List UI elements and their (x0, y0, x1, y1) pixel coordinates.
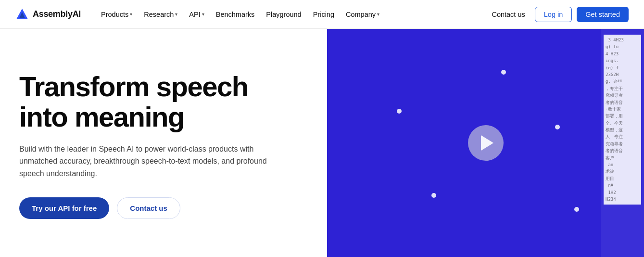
nav-item-company[interactable]: Company ▾ (341, 8, 384, 21)
logo-link[interactable]: AssemblyAI (15, 8, 81, 21)
chevron-down-icon: ▾ (175, 12, 177, 17)
hero-subtitle: Build with the leader in Speech AI to po… (19, 143, 279, 180)
chevron-down-icon: ▾ (377, 12, 379, 17)
hero-section: Transform speech into meaning Build with… (0, 29, 644, 257)
hero-content: Transform speech into meaning Build with… (19, 29, 327, 257)
decorative-dot (431, 193, 436, 198)
hero-title: Transform speech into meaning (19, 72, 308, 132)
nav-item-pricing[interactable]: Pricing (308, 8, 339, 21)
video-player[interactable]: 3 4H23 g) fo 4 H23 ings. ig) f 23G2H g. … (327, 29, 644, 257)
nav-links: Products ▾ Research ▾ API ▾ Benchmarks P… (96, 8, 487, 21)
try-api-button[interactable]: Try our API for free (19, 197, 109, 219)
chevron-down-icon: ▾ (202, 12, 204, 17)
login-button[interactable]: Log in (535, 7, 572, 22)
code-overlay: 3 4H23 g) fo 4 H23 ings. ig) f 23G2H g. … (601, 29, 644, 257)
nav-item-products[interactable]: Products ▾ (96, 8, 137, 21)
nav-item-playground[interactable]: Playground (261, 8, 306, 21)
code-text: 3 4H23 g) fo 4 H23 ings. ig) f 23G2H g. … (604, 35, 641, 205)
decorative-dot (501, 70, 506, 75)
nav-item-research[interactable]: Research ▾ (139, 8, 182, 21)
play-icon (481, 135, 493, 151)
nav-contact-link[interactable]: Contact us (487, 8, 530, 21)
contact-us-button[interactable]: Contact us (117, 197, 180, 219)
decorative-dot (555, 125, 560, 129)
brand-name: AssemblyAI (33, 9, 81, 19)
decorative-dot (397, 109, 402, 114)
nav-item-benchmarks[interactable]: Benchmarks (211, 8, 260, 21)
play-button[interactable] (468, 125, 504, 161)
logo-icon (15, 8, 29, 21)
get-started-button[interactable]: Get started (577, 7, 629, 22)
navbar: AssemblyAI Products ▾ Research ▾ API ▾ B… (0, 0, 644, 29)
hero-video-area: 3 4H23 g) fo 4 H23 ings. ig) f 23G2H g. … (327, 29, 644, 257)
chevron-down-icon: ▾ (130, 12, 132, 17)
nav-right: Contact us Log in Get started (487, 7, 629, 22)
decorative-dot (574, 207, 579, 212)
nav-item-api[interactable]: API ▾ (184, 8, 209, 21)
hero-cta-buttons: Try our API for free Contact us (19, 197, 308, 219)
